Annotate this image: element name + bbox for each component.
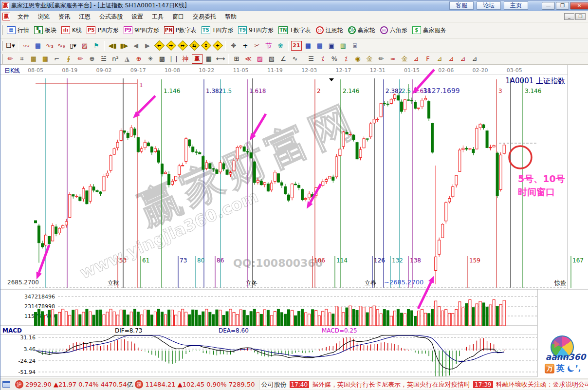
volume-bar[interactable]	[448, 313, 451, 326]
winner-wheel-button[interactable]: Big赢家轮	[348, 26, 375, 35]
volume-bar[interactable]	[287, 310, 290, 326]
volume-bar[interactable]	[499, 304, 502, 326]
volume-bar[interactable]	[438, 307, 441, 326]
candle-body[interactable]	[192, 147, 194, 151]
volume-bar[interactable]	[277, 309, 279, 326]
candle-body[interactable]	[441, 224, 444, 238]
volume-bar[interactable]	[89, 312, 92, 326]
gold-slope-icon[interactable]: ⊿	[434, 54, 445, 64]
gann-box-icon[interactable]: ▨	[79, 41, 90, 51]
candle-body[interactable]	[58, 228, 61, 233]
diamond-vert-icon[interactable]: ↕	[201, 41, 211, 51]
volume-bar[interactable]	[383, 310, 386, 326]
volume-bar[interactable]	[120, 310, 122, 326]
volume-bar[interactable]	[161, 312, 163, 326]
volume-bar[interactable]	[294, 316, 297, 326]
volume-bar[interactable]	[263, 310, 266, 326]
volume-bar[interactable]	[72, 310, 74, 326]
volume-bar[interactable]	[65, 312, 68, 326]
volume-bar[interactable]	[35, 313, 37, 326]
volume-bar[interactable]	[229, 309, 232, 326]
candle-body[interactable]	[386, 104, 389, 104]
grid-lines-icon[interactable]: ⌗	[17, 54, 27, 64]
volume-bar[interactable]	[246, 316, 249, 326]
menu-5[interactable]: 设置	[127, 11, 147, 22]
candle-body[interactable]	[277, 174, 279, 182]
candle-body[interactable]	[486, 131, 488, 148]
volume-bar[interactable]	[352, 310, 355, 326]
candle-body[interactable]	[161, 164, 163, 174]
candle-body[interactable]	[435, 257, 437, 271]
candle-body[interactable]	[260, 181, 262, 185]
candle-style-icon[interactable]: ▯▾	[68, 41, 78, 51]
hand-tool-icon[interactable]: ✥	[228, 41, 239, 51]
candle-body[interactable]	[120, 130, 122, 141]
volume-bar[interactable]	[496, 306, 498, 326]
candle-body[interactable]	[270, 183, 273, 190]
candle-body[interactable]	[35, 221, 37, 223]
steps-icon[interactable]: ☰	[306, 54, 316, 64]
volume-bar[interactable]	[116, 315, 119, 326]
volume-bar[interactable]	[168, 310, 170, 326]
volume-bar[interactable]	[445, 309, 447, 326]
candle-body[interactable]	[421, 100, 423, 107]
four-slope-icon[interactable]: ⊿	[469, 54, 480, 64]
gold-circle-icon[interactable]: ◉	[352, 54, 363, 64]
volume-bar[interactable]	[123, 310, 126, 326]
circle-cycle-icon[interactable]: ⊕	[87, 54, 97, 64]
volume-bar[interactable]	[205, 309, 208, 326]
volume-bar[interactable]	[58, 312, 61, 326]
volume-bar[interactable]	[257, 313, 259, 326]
menu-7[interactable]: 窗口	[168, 11, 188, 22]
candle-body[interactable]	[267, 184, 269, 191]
volume-bar[interactable]	[400, 313, 403, 326]
candle-body[interactable]	[222, 164, 225, 169]
volume-bar[interactable]	[178, 312, 181, 326]
volume-bar[interactable]	[106, 312, 109, 326]
mdi-restore-button[interactable]: ❐	[575, 13, 586, 20]
candle-body[interactable]	[431, 123, 434, 152]
candle-body[interactable]	[123, 131, 126, 132]
gann-wheel-button[interactable]: ◎江恩轮	[316, 26, 343, 35]
candle-body[interactable]	[55, 227, 57, 234]
candle-body[interactable]	[393, 95, 396, 99]
pen-icon[interactable]: ✏	[5, 54, 16, 64]
shen-grid-icon[interactable]: 神	[180, 54, 191, 64]
volume-bar[interactable]	[182, 309, 184, 326]
j-slope-icon[interactable]: ⊿	[411, 54, 422, 64]
candle-body[interactable]	[41, 243, 44, 247]
volume-bar[interactable]	[284, 314, 286, 326]
volume-bar[interactable]	[418, 311, 420, 326]
candle-body[interactable]	[376, 119, 379, 120]
volume-bar[interactable]	[75, 310, 78, 326]
candle-body[interactable]	[472, 149, 475, 153]
volume-bar[interactable]	[404, 314, 406, 326]
candle-body[interactable]	[92, 187, 95, 190]
homepage-button[interactable]: 主页	[504, 1, 528, 10]
candle-body[interactable]	[428, 101, 430, 118]
info-note-icon[interactable]: ▤	[33, 41, 43, 51]
volume-bar[interactable]	[243, 310, 245, 326]
candle-body[interactable]	[257, 180, 259, 182]
volume-bar[interactable]	[407, 310, 409, 326]
volume-bar[interactable]	[291, 310, 294, 326]
volume-bar[interactable]	[216, 310, 218, 326]
volume-bar[interactable]	[424, 313, 427, 326]
candle-body[interactable]	[325, 179, 328, 181]
volume-bar[interactable]	[462, 308, 464, 326]
notepad-icon[interactable]: ▤	[314, 41, 325, 51]
volume-bar[interactable]	[469, 300, 471, 326]
candle-body[interactable]	[410, 100, 413, 101]
t-square-button[interactable]: TST四方形	[202, 26, 233, 35]
volume-bar[interactable]	[185, 312, 187, 326]
volume-bar[interactable]	[130, 312, 132, 326]
volume-bar[interactable]	[192, 310, 194, 326]
volume-bar[interactable]	[318, 316, 321, 326]
save-icon[interactable]: ▣	[326, 41, 337, 51]
candle-body[interactable]	[106, 173, 109, 176]
brain-tool-icon[interactable]: ❀	[275, 41, 286, 51]
wave-red-icon[interactable]: ≈	[387, 54, 398, 64]
volume-bar[interactable]	[55, 315, 57, 326]
wave-3-icon[interactable]: ∿₃	[44, 41, 55, 51]
volume-bar[interactable]	[346, 308, 348, 326]
